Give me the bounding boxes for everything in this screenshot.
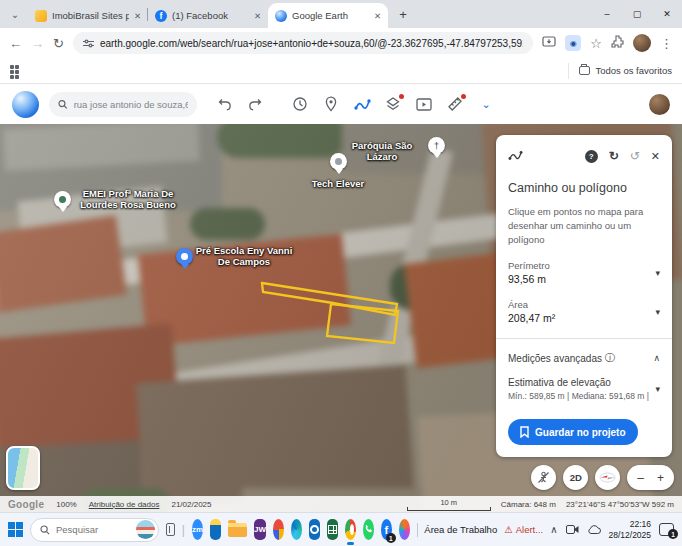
tab-close-icon[interactable]: ✕ — [134, 11, 141, 21]
lens-icon[interactable]: ◉ — [565, 35, 581, 51]
panel-close-icon[interactable]: ✕ — [651, 150, 660, 163]
chrome-icon[interactable] — [345, 519, 356, 540]
panel-undo-icon[interactable]: ↺ — [630, 149, 640, 163]
taskbar-search-input[interactable] — [56, 524, 130, 535]
page-install-icon[interactable] — [542, 34, 556, 52]
notifications-icon[interactable]: 1 — [659, 523, 674, 536]
draw-path-icon[interactable] — [353, 95, 371, 113]
presentation-icon[interactable] — [415, 95, 433, 113]
browser-profile-avatar[interactable] — [633, 34, 651, 52]
zoom-out-button[interactable]: – — [637, 471, 644, 485]
earth-search-box[interactable] — [49, 92, 197, 117]
system-tray: ∧ 22:16 28/12/2025 1 — [550, 519, 674, 540]
task-view-icon[interactable] — [166, 523, 175, 536]
excel-icon[interactable] — [327, 519, 338, 540]
redo-icon[interactable] — [246, 95, 264, 113]
collapse-icon[interactable]: ∧ — [653, 353, 660, 363]
browser-menu-icon[interactable]: ⋮ — [660, 36, 673, 51]
taskbar-clock[interactable]: 22:16 28/12/2025 — [609, 519, 652, 540]
facebook-favicon: f — [155, 10, 167, 22]
google-earth-logo[interactable] — [12, 91, 39, 118]
data-attribution-link[interactable]: Atribuição de dados — [89, 500, 160, 509]
map-styles-icon[interactable] — [384, 95, 402, 113]
earth-profile-avatar[interactable] — [649, 94, 670, 115]
whatsapp-icon[interactable] — [363, 519, 374, 540]
desktop-toolbar-label[interactable]: Área de Trabalho — [424, 524, 497, 535]
tab-imobibrasil[interactable]: ImobiBrasil Sites para Imobiliá ✕ — [28, 3, 148, 28]
poi-label-paroquia[interactable]: Paróquia São Lázaro — [336, 140, 428, 163]
forward-icon[interactable]: → — [31, 36, 44, 51]
reload-icon[interactable]: ↻ — [53, 36, 64, 51]
copilot-icon[interactable] — [399, 519, 410, 540]
new-tab-button[interactable]: + — [392, 7, 414, 22]
url-text[interactable]: earth.google.com/web/search/rua+jose+ant… — [100, 38, 523, 49]
tray-camera-icon[interactable] — [566, 525, 579, 534]
poi-label-emei[interactable]: EMEI Profª Maria De Lourdes Rosa Bueno — [72, 188, 184, 211]
save-to-project-button[interactable]: Guardar no projeto — [508, 419, 638, 445]
camera-altitude: Câmara: 648 m — [501, 500, 556, 509]
toolbar-chevron-icon[interactable]: ⌄ — [477, 95, 495, 113]
tab-google-earth[interactable]: Google Earth ✕ — [268, 3, 388, 28]
file-explorer-icon[interactable] — [228, 519, 247, 540]
edge-icon[interactable] — [291, 519, 302, 540]
windows-taskbar: | zm JW f 1 Área de Trabalho ⚠ Alert... … — [0, 512, 682, 546]
elevation-dropdown-icon[interactable]: ▾ — [655, 384, 660, 394]
onedrive-cloud-icon[interactable] — [587, 525, 601, 534]
perimeter-row[interactable]: Perímetro 93,56 m ▾ — [508, 260, 660, 285]
panel-title: Caminho ou polígono — [508, 181, 660, 195]
tab-facebook[interactable]: f (1) Facebook ✕ — [148, 3, 268, 28]
compass[interactable] — [595, 465, 620, 490]
apps-grid-icon[interactable] — [10, 65, 22, 77]
undo-icon[interactable] — [215, 95, 233, 113]
bing-daily-image[interactable] — [136, 520, 155, 539]
poi-label-pre-escola[interactable]: Pré Escola Eny Vanni De Campos — [190, 245, 298, 268]
tray-expand-icon[interactable]: ∧ — [550, 524, 557, 535]
2d-toggle-button[interactable]: 2D — [563, 465, 588, 490]
poi-label-tech-elever[interactable]: Tech Elever — [306, 178, 370, 189]
site-settings-icon[interactable] — [83, 38, 94, 49]
close-button[interactable]: ✕ — [652, 0, 682, 28]
start-button[interactable] — [8, 522, 23, 537]
zoom-in-button[interactable]: + — [657, 471, 664, 485]
emei-school-pin[interactable] — [54, 191, 71, 208]
google-earth-favicon — [275, 10, 287, 22]
maximize-button[interactable]: ▢ — [622, 0, 652, 28]
outlook-icon[interactable] — [309, 519, 320, 540]
extensions-icon[interactable] — [611, 34, 624, 52]
perimeter-unit-dropdown-icon[interactable]: ▾ — [655, 268, 660, 278]
minimize-button[interactable]: – — [592, 0, 622, 28]
window-controls: – ▢ ✕ — [592, 0, 682, 28]
perimeter-value: 93,56 m — [508, 273, 655, 285]
tab-search-icon[interactable]: ⌄ — [6, 9, 24, 20]
jw-library-icon[interactable]: JW — [254, 519, 266, 540]
map-viewport[interactable]: Paróquia São Lázaro † Tech Elever EMEI P… — [0, 124, 682, 512]
tab-close-icon[interactable]: ✕ — [254, 11, 261, 21]
help-icon[interactable]: ? — [585, 150, 598, 163]
advanced-measurements-row[interactable]: Medições avançadas ⓘ ∧ — [508, 351, 660, 365]
map-style-thumbnail[interactable] — [6, 446, 40, 490]
facebook-app-icon[interactable]: f 1 — [381, 519, 392, 540]
area-row[interactable]: Área 208,47 m² ▾ — [508, 299, 660, 324]
all-favorites-button[interactable]: Todos os favoritos — [568, 63, 672, 79]
placemark-pin-icon[interactable] — [322, 95, 340, 113]
photos-app-icon[interactable] — [273, 519, 284, 540]
elevation-row[interactable]: Estimativa de elevação Mín.: 589,85 m | … — [508, 377, 660, 401]
pegman-icon[interactable] — [531, 465, 556, 490]
panel-redo-icon[interactable]: ↻ — [609, 149, 619, 163]
measure-icon[interactable] — [446, 95, 464, 113]
tech-elever-pin[interactable] — [330, 153, 347, 170]
store-app-icon[interactable] — [210, 519, 221, 540]
taskbar-search-box[interactable] — [30, 518, 159, 542]
area-unit-dropdown-icon[interactable]: ▾ — [655, 307, 660, 317]
earth-search-input[interactable] — [74, 99, 188, 110]
imagery-date: 21/02/2025 — [171, 500, 211, 509]
tab-close-icon[interactable]: ✕ — [374, 11, 381, 21]
address-bar[interactable]: earth.google.com/web/search/rua+jose+ant… — [73, 32, 533, 54]
alert-tray-item[interactable]: ⚠ Alert... — [504, 524, 543, 535]
historical-imagery-icon[interactable] — [291, 95, 309, 113]
back-icon[interactable]: ← — [9, 36, 22, 51]
bookmark-star-icon[interactable]: ☆ — [590, 36, 602, 51]
zoom-app-icon[interactable]: zm — [192, 519, 203, 540]
church-pin[interactable]: † — [428, 137, 445, 154]
scale-label: 10 m — [440, 498, 457, 507]
